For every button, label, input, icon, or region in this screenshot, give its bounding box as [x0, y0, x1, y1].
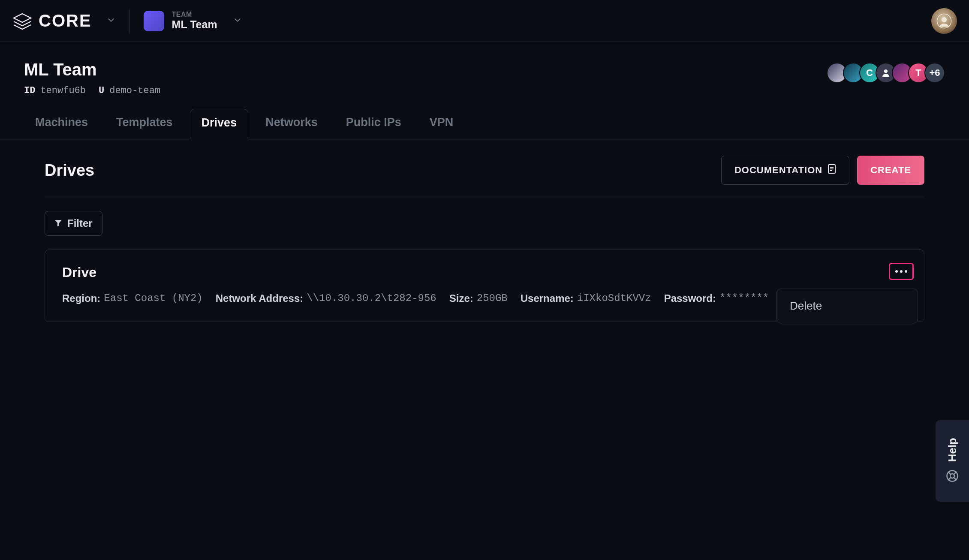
- region-value: East Coast (NY2): [104, 292, 202, 304]
- tab-machines[interactable]: Machines: [24, 109, 99, 139]
- lifebuoy-icon: [946, 470, 959, 484]
- team-label: TEAM: [172, 11, 217, 18]
- section-divider: [45, 197, 924, 197]
- slug-label: U: [99, 85, 104, 96]
- size-label: Size:: [449, 292, 473, 304]
- tab-public-ips[interactable]: Public IPs: [335, 109, 412, 139]
- documentation-button[interactable]: DOCUMENTATION: [721, 156, 849, 185]
- size-value: 250GB: [477, 292, 508, 304]
- more-button[interactable]: [889, 263, 914, 280]
- divider: [129, 9, 130, 33]
- filter-button[interactable]: Filter: [45, 211, 102, 236]
- username-value: iIXkoSdtKVVz: [577, 292, 651, 304]
- svg-point-3: [884, 69, 888, 73]
- tab-templates[interactable]: Templates: [105, 109, 184, 139]
- filter-icon: [54, 217, 62, 229]
- field-size: Size: 250GB: [449, 292, 508, 304]
- svg-point-9: [950, 474, 954, 478]
- member-avatar-extra[interactable]: +6: [924, 63, 945, 83]
- field-password: Password: ********: [664, 292, 769, 304]
- slug-value: demo-team: [109, 85, 160, 96]
- svg-marker-0: [14, 14, 31, 22]
- brand-logo-icon: [12, 12, 33, 30]
- filter-label: Filter: [67, 217, 93, 229]
- page-title: ML Team: [24, 60, 160, 79]
- create-button[interactable]: CREATE: [857, 156, 924, 185]
- page-header: ML Team ID tenwfu6b U demo-team C T +6: [0, 42, 969, 96]
- team-id-line: ID tenwfu6b U demo-team: [24, 85, 160, 96]
- user-avatar[interactable]: [931, 8, 957, 34]
- doc-icon: [828, 164, 836, 177]
- password-label: Password:: [664, 292, 716, 304]
- svg-point-2: [942, 17, 947, 22]
- help-tab[interactable]: Help: [936, 420, 969, 502]
- drive-context-menu: Delete: [776, 289, 918, 323]
- brand-name: CORE: [39, 11, 92, 30]
- chevron-down-icon: [233, 15, 242, 27]
- drive-card: Drive Region: East Coast (NY2) Network A…: [45, 250, 924, 322]
- network-label: Network Address:: [216, 292, 304, 304]
- network-value: \\10.30.30.2\t282-956: [307, 292, 436, 304]
- drive-title: Drive: [62, 265, 907, 280]
- team-selector[interactable]: TEAM ML Team: [144, 11, 242, 31]
- documentation-label: DOCUMENTATION: [734, 165, 822, 176]
- tab-networks[interactable]: Networks: [254, 109, 329, 139]
- field-network: Network Address: \\10.30.30.2\t282-956: [216, 292, 436, 304]
- section-head: Drives DOCUMENTATION CREATE: [45, 156, 924, 185]
- username-label: Username:: [521, 292, 574, 304]
- delete-menu-item[interactable]: Delete: [777, 289, 918, 323]
- content: Drives DOCUMENTATION CREATE Filter Drive…: [0, 139, 969, 322]
- id-label: ID: [24, 85, 35, 96]
- tabs: Machines Templates Drives Networks Publi…: [0, 96, 969, 139]
- region-label: Region:: [62, 292, 100, 304]
- password-value: ********: [719, 292, 769, 304]
- id-value: tenwfu6b: [40, 85, 86, 96]
- topbar: CORE TEAM ML Team: [0, 0, 969, 42]
- team-name: ML Team: [172, 18, 217, 31]
- member-avatars[interactable]: C T +6: [831, 63, 945, 83]
- field-username: Username: iIXkoSdtKVVz: [521, 292, 651, 304]
- brand-selector[interactable]: CORE: [12, 11, 116, 30]
- dots-icon: [895, 270, 907, 273]
- field-region: Region: East Coast (NY2): [62, 292, 203, 304]
- team-icon: [144, 11, 164, 31]
- section-title: Drives: [45, 161, 94, 180]
- tab-drives[interactable]: Drives: [190, 109, 249, 139]
- help-label: Help: [946, 438, 959, 462]
- tab-vpn[interactable]: VPN: [418, 109, 465, 139]
- chevron-down-icon: [106, 15, 116, 27]
